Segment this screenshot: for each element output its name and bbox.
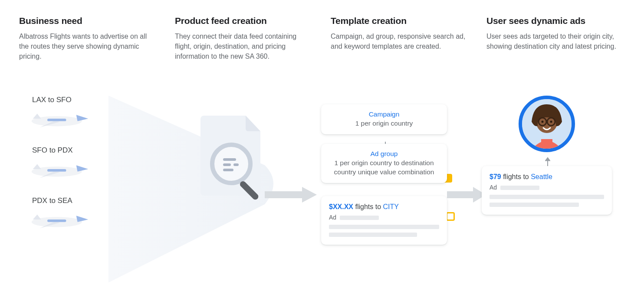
adgroup-card: Ad group 1 per origin country to destina… (321, 144, 447, 183)
route-label: LAX to SFO (32, 96, 146, 104)
svg-rect-7 (223, 158, 236, 161)
svg-rect-3 (47, 169, 66, 172)
ad-headline: $79 flights to Seattle (490, 173, 604, 181)
ad-mid: flights to (353, 203, 383, 210)
dynamic-ad-card: $79 flights to Seattle Ad (482, 166, 612, 215)
route-item: SFO to PDX (24, 146, 146, 183)
flow-arrow-icon (265, 187, 317, 203)
template-stack: Campaign 1 per origin country Ad group 1… (321, 104, 447, 250)
placeholder-bar (329, 225, 439, 229)
routes-list: LAX to SFO SFO to PDX PDX to SEA (24, 96, 146, 247)
svg-rect-10 (223, 169, 233, 171)
svg-rect-11 (239, 180, 260, 201)
description: Albatross Flights wants to advertise on … (19, 31, 158, 62)
person-icon (522, 99, 572, 149)
col-dynamic-ads: User sees dynamic ads User sees ads targ… (486, 16, 625, 62)
user-dynamic-ad: $79 flights to Seattle Ad (482, 96, 612, 220)
ad-mid: flights to (501, 173, 531, 180)
ad-label: Ad (329, 214, 336, 221)
svg-rect-5 (47, 220, 66, 222)
svg-rect-8 (223, 163, 231, 166)
col-product-feed: Product feed creation They connect their… (175, 16, 313, 62)
template-ad-card: $XX.XX flights to CITY Ad (321, 196, 447, 245)
svg-point-6 (212, 145, 250, 183)
card-title: Campaign (329, 110, 439, 118)
campaign-card: Campaign 1 per origin country (321, 104, 447, 134)
col-business-need: Business need Albatross Flights wants to… (19, 16, 158, 62)
card-title: Ad group (329, 150, 439, 158)
heading: User sees dynamic ads (486, 16, 625, 26)
airplane-icon (25, 207, 95, 232)
airplane-icon (25, 106, 95, 131)
ad-price: $XX.XX (329, 203, 353, 210)
route-item: LAX to SFO (24, 96, 146, 133)
heading: Template creation (331, 16, 469, 26)
description: They connect their data feed containing … (175, 31, 313, 62)
ad-destination: CITY (383, 203, 399, 210)
heading: Product feed creation (175, 16, 313, 26)
placeholder-bar (340, 216, 379, 220)
placeholder-bar (490, 203, 579, 207)
placeholder-bar (500, 186, 539, 190)
placeholder-bar (329, 233, 417, 237)
card-subtitle: 1 per origin country to destination coun… (329, 159, 439, 177)
user-avatar (519, 96, 575, 152)
ad-headline: $XX.XX flights to CITY (329, 203, 439, 211)
diagram-canvas: LAX to SFO SFO to PDX PDX to SEA (0, 91, 644, 300)
document-magnifier (187, 113, 282, 243)
magnifier-icon (207, 140, 273, 205)
svg-rect-1 (47, 119, 66, 121)
description: Campaign, ad group, responsive search ad… (331, 31, 469, 51)
ad-price: $79 (490, 173, 501, 180)
heading: Business need (19, 16, 158, 26)
route-item: PDX to SEA (24, 196, 146, 234)
route-label: SFO to PDX (32, 146, 146, 155)
ad-label: Ad (490, 184, 497, 191)
col-template-creation: Template creation Campaign, ad group, re… (331, 16, 469, 62)
svg-rect-9 (233, 163, 239, 166)
route-label: PDX to SEA (32, 196, 146, 205)
placeholder-bar (490, 195, 604, 199)
svg-point-20 (550, 121, 552, 123)
header-columns: Business need Albatross Flights wants to… (0, 0, 644, 62)
description: User sees ads targeted to their origin c… (486, 31, 625, 51)
decor-chip (446, 212, 455, 221)
ad-destination: Seattle (531, 173, 552, 180)
flow-arrow-icon (447, 187, 486, 203)
card-subtitle: 1 per origin country (329, 119, 439, 128)
svg-point-19 (542, 121, 544, 123)
airplane-icon (25, 156, 95, 182)
